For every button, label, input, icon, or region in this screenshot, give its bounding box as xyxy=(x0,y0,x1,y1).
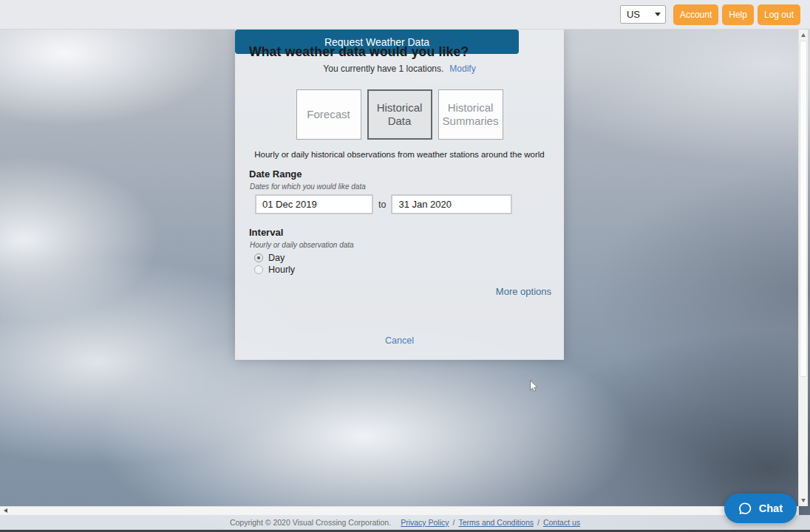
chat-button-label: Chat xyxy=(759,502,783,514)
date-range-heading: Date Range xyxy=(249,168,302,180)
logout-button[interactable]: Log out xyxy=(758,4,800,25)
more-options-link[interactable]: More options xyxy=(496,286,551,297)
radio-hourly[interactable]: Hourly xyxy=(254,264,295,276)
locations-text: You currently have 1 locations. xyxy=(323,64,443,74)
scroll-left-icon[interactable] xyxy=(4,508,7,513)
more-options: More options xyxy=(496,286,551,297)
interval-heading: Interval xyxy=(249,227,283,238)
speech-bubble-icon xyxy=(738,502,752,516)
country-select[interactable]: US xyxy=(620,5,666,24)
copyright-text: Copyright © 2020 Visual Crossing Corpora… xyxy=(230,518,391,527)
to-label: to xyxy=(378,200,386,210)
scroll-up-icon[interactable] xyxy=(801,33,806,37)
mouse-cursor xyxy=(529,380,539,393)
start-date-input[interactable] xyxy=(255,194,373,214)
radio-hourly-control[interactable] xyxy=(254,265,263,274)
page-title: What weather data would you like? xyxy=(249,44,469,60)
scroll-down-icon[interactable] xyxy=(801,499,806,502)
cancel-line: Cancel xyxy=(235,335,564,346)
footer: Copyright © 2020 Visual Crossing Corpora… xyxy=(0,515,810,530)
contact-us-link[interactable]: Contact us xyxy=(543,518,580,527)
tab-historical-summaries[interactable]: Historical Summaries xyxy=(438,89,503,140)
interval-options: Day Hourly xyxy=(254,252,295,276)
top-bar: US Account Help Log out xyxy=(0,0,810,30)
radio-hourly-label: Hourly xyxy=(268,265,295,275)
terms-link[interactable]: Terms and Conditions xyxy=(458,518,534,527)
vertical-scrollbar-thumb[interactable] xyxy=(800,41,807,377)
data-type-selector: Forecast Historical Data Historical Summ… xyxy=(235,89,564,140)
cancel-link[interactable]: Cancel xyxy=(385,335,414,346)
chat-button[interactable]: Chat xyxy=(724,494,797,523)
radio-day-control[interactable] xyxy=(254,253,263,262)
chevron-down-icon xyxy=(655,13,661,16)
modify-link[interactable]: Modify xyxy=(449,64,475,74)
data-type-description: Hourly or daily historical observations … xyxy=(235,150,564,159)
help-button[interactable]: Help xyxy=(722,4,754,25)
footer-separator: / xyxy=(537,518,540,527)
locations-line: You currently have 1 locations.Modify xyxy=(235,64,564,74)
privacy-policy-link[interactable]: Privacy Policy xyxy=(401,518,449,527)
end-date-input[interactable] xyxy=(391,194,512,214)
vertical-scrollbar[interactable] xyxy=(798,30,808,506)
account-button[interactable]: Account xyxy=(673,4,718,25)
horizontal-scrollbar[interactable] xyxy=(0,506,799,515)
radio-day[interactable]: Day xyxy=(254,252,295,264)
weather-data-panel: What weather data would you like? You cu… xyxy=(235,30,564,360)
tab-forecast[interactable]: Forecast xyxy=(296,89,361,140)
interval-hint: Hourly or daily observation data xyxy=(250,241,354,249)
date-range-hint: Dates for which you would like data xyxy=(250,183,366,191)
footer-separator: / xyxy=(453,518,455,527)
radio-day-label: Day xyxy=(268,253,285,263)
country-select-value: US xyxy=(627,9,640,20)
tab-historical-data[interactable]: Historical Data xyxy=(367,89,432,140)
date-range-row: to xyxy=(255,194,512,214)
